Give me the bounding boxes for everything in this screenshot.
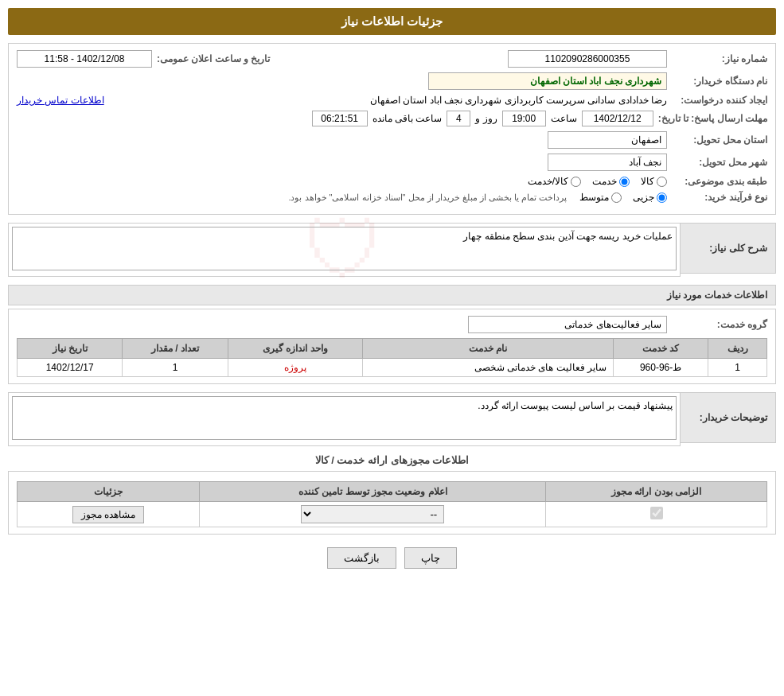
permissions-table: الزامی بودن ارائه مجوز اعلام وضعیت مجوز … [17, 481, 767, 527]
print-button[interactable]: چاپ [404, 547, 457, 569]
city-label: شهر محل تحویل: [672, 157, 767, 168]
purchase-type-label: نوع فرآیند خرید: [672, 192, 767, 203]
announce-label: تاریخ و ساعت اعلان عمومی: [157, 53, 270, 64]
province-value: اصفهان [548, 131, 667, 149]
cell-service-name: سایر فعالیت های خدماتی شخصی [363, 359, 614, 377]
permissions-section-title: اطلاعات مجوزهای ارائه خدمت / کالا [8, 454, 776, 466]
deadline-days: 4 [447, 111, 470, 126]
cell-unit: پروژه [228, 359, 362, 377]
category-label-kala-khedmat: کالا/خدمت [528, 176, 568, 187]
purchase-type-radio-motavaset[interactable] [611, 192, 622, 203]
col-service-name: نام خدمت [363, 339, 614, 359]
purchase-type-label-motavaset: متوسط [579, 192, 609, 203]
deadline-remaining: 06:21:51 [312, 111, 368, 126]
services-table-row: 1 ط-96-960 سایر فعالیت های خدماتی شخصی پ… [18, 359, 767, 377]
deadline-days-label: روز و [475, 113, 497, 124]
buyer-org-value: شهرداری نجف اباد استان اصفهان [428, 72, 667, 90]
creator-link[interactable]: اطلاعات تماس خریدار [17, 95, 104, 106]
permissions-table-row: -- مشاهده مجوز [18, 502, 767, 527]
announce-value: 1402/12/08 - 11:58 [17, 50, 152, 68]
need-description-label: شرح کلی نیاز: [681, 223, 776, 274]
col-date: تاریخ نیاز [18, 339, 123, 359]
category-option-kala: کالا [641, 176, 667, 187]
deadline-time-label: ساعت [551, 113, 577, 124]
purchase-type-jozi: جزیی [633, 192, 667, 203]
need-description-textarea[interactable]: عملیات خرید ریسه جهت آذین بندی سطح منطقه… [12, 227, 677, 270]
col-details: جزئیات [18, 482, 200, 502]
creator-value: رضا خدادادی سادانی سرپرست کاربردازی شهرد… [109, 95, 667, 106]
category-radio-kala-khedmat[interactable] [571, 177, 581, 187]
city-value: نجف آباد [548, 154, 667, 171]
services-table: ردیف کد خدمت نام خدمت واحد اندازه گیری ت… [17, 338, 767, 377]
category-option-khedmat: خدمت [592, 176, 630, 187]
deadline-time: 19:00 [502, 111, 546, 126]
col-row-num: ردیف [708, 339, 767, 359]
cell-date: 1402/12/17 [18, 359, 123, 377]
col-mandatory: الزامی بودن ارائه مجوز [546, 482, 767, 502]
province-label: استان محل تحویل: [672, 134, 767, 146]
category-option-kala-khedmat: کالا/خدمت [528, 176, 581, 187]
cell-supplier-status: -- [200, 502, 546, 527]
creator-label: ایجاد کننده درخواست: [672, 95, 767, 106]
back-button[interactable]: بازگشت [327, 547, 396, 569]
purchase-type-note: پرداخت تمام یا بخشی از مبلغ خریدار از مح… [288, 192, 567, 203]
col-supplier-status: اعلام وضعیت مجوز توسط تامین کننده [200, 482, 546, 502]
category-radio-khedmat[interactable] [619, 177, 630, 187]
service-group-value: سایر فعالیت‌های خدماتی [468, 316, 667, 333]
mandatory-checkbox[interactable] [650, 507, 663, 519]
buyer-notes-textarea[interactable]: پیشنهاد قیمت بر اساس لیست پیوست ارائه گر… [12, 396, 677, 440]
view-permit-button[interactable]: مشاهده مجوز [72, 506, 144, 523]
cell-row-num: 1 [708, 359, 767, 377]
category-radio-kala[interactable] [657, 177, 667, 187]
col-service-code: کد خدمت [613, 339, 708, 359]
cell-details: مشاهده مجوز [18, 502, 200, 527]
deadline-label: مهلت ارسال پاسخ: تا تاریخ: [658, 113, 767, 124]
need-number-label: شماره نیاز: [672, 53, 767, 64]
service-group-label: گروه خدمت: [672, 319, 767, 330]
deadline-remaining-label: ساعت باقی مانده [372, 113, 443, 124]
services-section-title: اطلاعات خدمات مورد نیاز [8, 285, 776, 305]
buyer-notes-label: توضیحات خریدار: [681, 392, 776, 443]
page-title: جزئیات اطلاعات نیاز [8, 8, 776, 35]
col-unit: واحد اندازه گیری [228, 339, 362, 359]
cell-mandatory [546, 502, 767, 527]
cell-quantity: 1 [123, 359, 228, 377]
category-label: طبقه بندی موضوعی: [672, 176, 767, 187]
purchase-type-radio-jozi[interactable] [657, 192, 667, 203]
purchase-type-radio-group: جزیی متوسط [579, 192, 667, 203]
button-bar: چاپ بازگشت [8, 547, 776, 569]
category-label-khedmat: خدمت [592, 176, 617, 187]
col-quantity: تعداد / مقدار [123, 339, 228, 359]
category-radio-group: کالا خدمت کالا/خدمت [528, 176, 667, 187]
cell-service-code: ط-96-960 [613, 359, 708, 377]
category-label-kala: کالا [641, 176, 654, 187]
purchase-type-label-jozi: جزیی [633, 192, 654, 203]
buyer-org-label: نام دستگاه خریدار: [672, 76, 767, 87]
purchase-type-motavaset: متوسط [579, 192, 622, 203]
deadline-date: 1402/12/12 [582, 111, 653, 126]
supplier-status-select[interactable]: -- [301, 505, 444, 523]
need-number-value: 1102090286000355 [508, 50, 667, 68]
